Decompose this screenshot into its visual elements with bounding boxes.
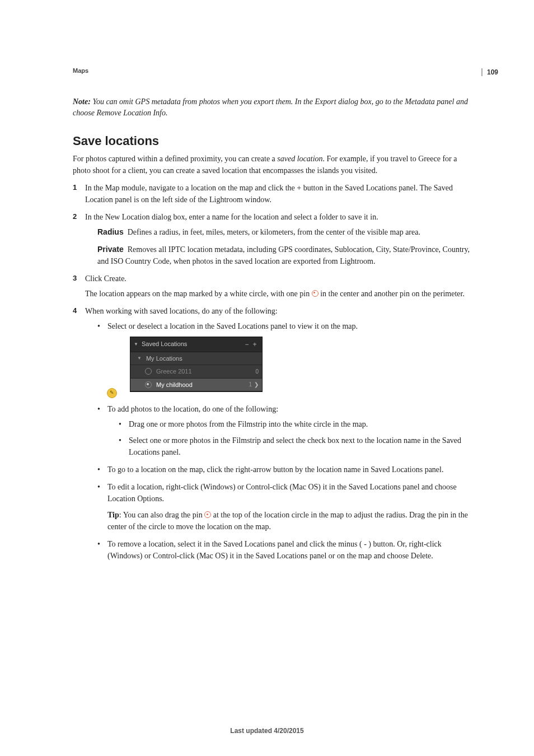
step-number: 1 bbox=[73, 182, 77, 193]
bullet-select: Select or deselect a location in the Sav… bbox=[97, 320, 472, 398]
step-2: 2 In the New Location dialog box, enter … bbox=[73, 211, 472, 267]
definition-radius: Radius Defines a radius, in feet, miles,… bbox=[97, 226, 472, 238]
step-1-text: In the Map module, navigate to a locatio… bbox=[85, 184, 453, 204]
panel-location-item[interactable]: Greece 2011 0 bbox=[130, 365, 262, 379]
intro-paragraph: For photos captured within a defined pro… bbox=[73, 153, 472, 176]
page-number: 109 bbox=[481, 68, 498, 76]
step-3-detail: The location appears on the map marked b… bbox=[85, 288, 472, 300]
disclosure-triangle-icon[interactable]: ▼ bbox=[134, 341, 138, 348]
bullet-edit-text: To edit a location, right-click (Windows… bbox=[107, 483, 457, 503]
step-2-text: In the New Location dialog box, enter a … bbox=[85, 213, 378, 221]
step-number: 3 bbox=[73, 273, 77, 284]
def-term-radius: Radius bbox=[97, 227, 124, 236]
panel-title: Saved Locations bbox=[142, 339, 187, 349]
remove-location-button[interactable]: − bbox=[243, 339, 251, 349]
subbullet-drag: Drag one or more photos from the Filmstr… bbox=[119, 418, 472, 430]
lock-metadata-icon[interactable]: ✎ bbox=[107, 388, 117, 398]
location-name: My childhood bbox=[156, 380, 193, 390]
bullet-add: To add photos to the location, do one of… bbox=[97, 403, 472, 458]
location-count: 0 bbox=[255, 367, 259, 376]
go-to-location-arrow-icon[interactable]: ❯ bbox=[254, 380, 259, 389]
note-label: Note: bbox=[73, 97, 91, 106]
location-checkbox[interactable] bbox=[145, 381, 152, 388]
def-body-private: Removes all IPTC location metadata, incl… bbox=[97, 245, 470, 265]
note-paragraph: Note: You can omit GPS metadata from pho… bbox=[73, 96, 472, 119]
step-4-text: When working with saved locations, do an… bbox=[85, 307, 278, 315]
step-3-detail-a: The location appears on the map marked b… bbox=[85, 290, 312, 298]
location-name: Greece 2011 bbox=[156, 367, 192, 376]
step-1: 1 In the Map module, navigate to a locat… bbox=[73, 182, 472, 206]
section-heading: Save locations bbox=[73, 134, 472, 148]
def-term-private: Private bbox=[97, 245, 124, 254]
step-3-detail-b: in the center and another pin on the per… bbox=[320, 290, 465, 298]
pin-icon bbox=[204, 511, 211, 518]
saved-locations-panel: ▼ Saved Locations − + ▼ My Locations bbox=[130, 337, 263, 393]
bullet-goto: To go to a location on the map, click th… bbox=[97, 464, 472, 475]
panel-folder-name: My Locations bbox=[146, 354, 182, 363]
definition-private: Private Removes all IPTC location metada… bbox=[97, 244, 472, 267]
step-3: 3 Click Create. The location appears on … bbox=[73, 273, 472, 300]
footer-last-updated: Last updated 4/20/2015 bbox=[0, 727, 534, 735]
tip-paragraph: Tip: You can also drag the pin at the to… bbox=[107, 509, 472, 533]
step-number: 4 bbox=[73, 305, 77, 316]
step-4: 4 When working with saved locations, do … bbox=[73, 305, 472, 562]
subbullet-select: Select one or more photos in the Filmstr… bbox=[119, 435, 472, 458]
note-body: You can omit GPS metadata from photos wh… bbox=[73, 97, 468, 117]
bullet-add-text: To add photos to the location, do one of… bbox=[107, 405, 278, 413]
step-3-text: Click Create. bbox=[85, 274, 127, 283]
pin-icon bbox=[312, 290, 318, 297]
location-checkbox[interactable] bbox=[145, 368, 152, 375]
step-number: 2 bbox=[73, 211, 77, 222]
intro-emphasis: saved location bbox=[277, 155, 322, 163]
tip-body-a: : You can also drag the pin bbox=[119, 511, 204, 519]
def-body-radius: Defines a radius, in feet, miles, meters… bbox=[128, 228, 420, 236]
add-location-button[interactable]: + bbox=[251, 339, 259, 349]
panel-location-item-selected[interactable]: My childhood 1 ❯ bbox=[130, 379, 262, 392]
disclosure-triangle-icon[interactable]: ▼ bbox=[137, 355, 142, 362]
tip-label: Tip bbox=[107, 511, 119, 519]
panel-folder-row[interactable]: ▼ My Locations bbox=[130, 352, 262, 366]
bullet-select-text: Select or deselect a location in the Sav… bbox=[107, 322, 358, 330]
location-count: 1 bbox=[249, 380, 252, 389]
bullet-remove: To remove a location, select it in the S… bbox=[97, 538, 472, 562]
bullet-edit: To edit a location, right-click (Windows… bbox=[97, 481, 472, 533]
panel-header[interactable]: ▼ Saved Locations − + bbox=[130, 337, 262, 352]
running-head: Maps bbox=[73, 67, 472, 74]
